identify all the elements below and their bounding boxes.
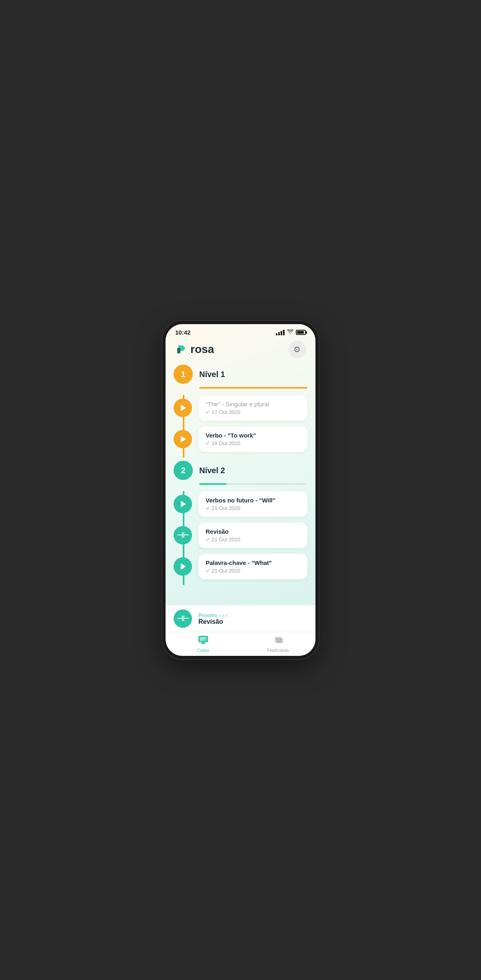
tab-flashcards-label: Flashcards [267,648,289,653]
lesson-1-node [174,399,192,417]
lesson-2-node [174,430,192,448]
settings-button[interactable]: ⚙ [288,341,306,358]
wifi-icon [287,329,293,335]
tab-curso[interactable]: Curso [166,635,240,653]
level-2-progress-fill [199,483,226,485]
gear-icon: ⚙ [293,345,301,354]
next-dumbbell-icon: ⊣⊢ [174,609,192,628]
phone-inner: 10:42 [166,324,315,656]
lesson-card-1[interactable]: "The" - Singular e plural ✓ 17 Out 2020 [198,395,307,421]
battery-icon [296,330,306,335]
level-1-timeline: "The" - Singular e plural ✓ 17 Out 2020 [174,395,307,458]
next-title: Revisão [198,618,227,625]
lesson-1-date: ✓ 17 Out 2020 [206,409,300,415]
lesson-3-node [174,495,192,513]
lesson-3-date: ✓ 21 Out 2020 [206,505,300,511]
lesson-4-date: ✓ 21 Out 2020 [206,536,300,542]
logo-text: rosa [190,343,214,356]
level-1-badge: 1 [174,365,193,384]
lesson-card-3[interactable]: Verbos no futuro - "Will" ✓ 21 Out 2020 [198,491,307,517]
lesson-card-5[interactable]: Palavra-chave - "What" ✓ 21 Out 2020 [198,554,307,579]
lesson-3-title: Verbos no futuro - "Will" [206,497,300,504]
status-time: 10:42 [175,329,190,336]
next-label: Próximo › › › [198,612,227,618]
board-icon [198,635,208,647]
level-2-progress-bar [199,483,307,485]
lesson-1-title: "The" - Singular e plural [206,401,300,407]
lesson-row-5[interactable]: Palavra-chave - "What" ✓ 21 Out 2020 [183,554,307,579]
check-icon: ✓ [206,505,210,511]
level-2-timeline: Verbos no futuro - "Will" ✓ 21 Out 2020 [174,491,307,585]
check-icon: ✓ [206,536,210,542]
check-icon: ✓ [206,568,210,574]
lesson-3-play-icon [174,495,192,513]
lesson-4-title: Revisão [206,528,300,535]
check-icon: ✓ [206,409,210,415]
level-1-header: 1 Nível 1 [174,365,307,384]
app-logo: rosa [175,342,214,357]
lesson-2-title: Verbo - "To work" [206,432,300,439]
lesson-1-play-icon [174,399,192,417]
lesson-row-3[interactable]: Verbos no futuro - "Will" ✓ 21 Out 2020 [183,491,307,517]
lesson-card-4[interactable]: Revisão ✓ 21 Out 2020 [198,522,307,548]
lesson-2-date: ✓ 18 Out 2020 [206,440,300,446]
lesson-5-node [174,557,192,576]
lesson-2-play-icon [174,430,192,448]
tab-bar: Curso Flashcards [166,632,315,656]
lesson-row-4[interactable]: ⊣⊢ Revisão ✓ 21 Out 2020 [183,522,307,548]
lesson-row-2[interactable]: Verbo - "To work" ✓ 18 Out 2020 [183,426,307,452]
level-2-badge: 2 [174,461,193,480]
logo-p-icon [175,342,190,357]
app-header: rosa ⚙ [166,337,315,365]
lesson-4-node: ⊣⊢ [174,526,192,544]
main-content: 1 Nível 1 [166,365,315,624]
level-2-header: 2 Nível 2 [174,461,307,480]
tab-curso-label: Curso [197,648,209,653]
cards-icon [273,635,283,647]
level-2-section: 2 Nível 2 [174,461,307,585]
lesson-card-2[interactable]: Verbo - "To work" ✓ 18 Out 2020 [198,426,307,452]
signal-icon [276,330,285,335]
lesson-row-1[interactable]: "The" - Singular e plural ✓ 17 Out 2020 [183,395,307,421]
phone-frame: 10:42 [162,321,319,659]
lesson-5-title: Palavra-chave - "What" [206,559,300,566]
tab-flashcards[interactable]: Flashcards [240,635,315,653]
level-1-progress-fill [199,387,307,389]
lesson-5-date: ✓ 21 Out 2020 [206,568,300,574]
svg-rect-4 [201,643,206,644]
status-bar: 10:42 [166,324,315,337]
level-2-title: Nível 2 [199,466,225,475]
next-info: Próximo › › › Revisão [198,612,227,625]
check-icon: ✓ [206,440,210,446]
svg-rect-10 [276,638,283,643]
status-icons [276,329,306,335]
level-1-progress-bar [199,387,307,389]
lesson-5-play-icon [174,557,192,576]
level-1-title: Nível 1 [199,370,225,379]
next-up-bar[interactable]: ⊣⊢ Próximo › › › Revisão [166,605,315,632]
level-1-section: 1 Nível 1 [174,365,307,458]
lesson-4-dumbbell-icon: ⊣⊢ [174,526,192,544]
svg-rect-0 [177,348,180,353]
chevrons-icon: › › › [219,612,227,618]
